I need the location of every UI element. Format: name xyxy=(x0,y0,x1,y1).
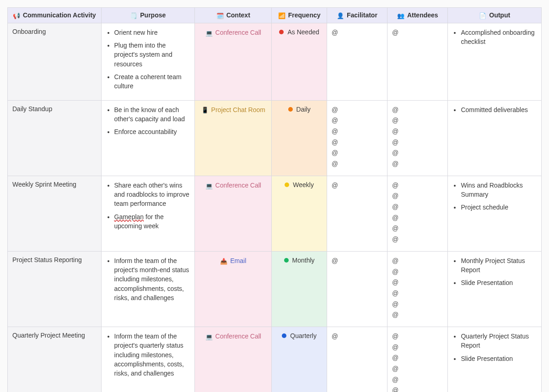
mention-placeholder[interactable]: @ xyxy=(332,181,382,191)
frequency-dot-icon xyxy=(282,333,286,338)
list-item: Be in the know of each other's capacity … xyxy=(114,105,190,124)
header-context[interactable]: 🗓️Context xyxy=(195,8,272,23)
frequency-cell[interactable]: Weekly xyxy=(272,176,327,251)
context-icon: 💻 xyxy=(205,183,213,189)
purpose-cell[interactable]: Inform the team of the project's month-e… xyxy=(101,251,195,327)
mention-placeholder[interactable]: @ xyxy=(392,105,443,115)
list-item: Enforce accountability xyxy=(114,127,190,136)
megaphone-icon: 📢 xyxy=(13,12,20,19)
mention-placeholder[interactable]: @ xyxy=(392,159,443,169)
mention-placeholder[interactable]: @ xyxy=(332,116,382,126)
attendees-cell[interactable]: @@@@@@ xyxy=(388,251,448,327)
mention-placeholder[interactable]: @ xyxy=(392,278,443,288)
frequency-cell[interactable]: Daily xyxy=(272,100,327,176)
table-row: OnboardingOrient new hirePlug them into … xyxy=(8,23,542,100)
mention-placeholder[interactable]: @ xyxy=(392,127,443,137)
purpose-cell[interactable]: Orient new hirePlug them into the projec… xyxy=(101,23,195,100)
frequency-dot-icon xyxy=(285,183,289,187)
frequency-cell[interactable]: Quarterly xyxy=(272,327,327,392)
mention-placeholder[interactable]: @ xyxy=(392,28,443,38)
context-cell[interactable]: 💻Conference Call xyxy=(195,23,272,100)
mention-placeholder[interactable]: @ xyxy=(392,213,443,223)
context-label: Email xyxy=(230,257,246,264)
mention-placeholder[interactable]: @ xyxy=(392,267,443,277)
mention-placeholder[interactable]: @ xyxy=(392,300,443,310)
mention-placeholder[interactable]: @ xyxy=(332,127,382,137)
header-attendees[interactable]: 👥Attendees xyxy=(388,8,448,23)
mention-placeholder[interactable]: @ xyxy=(392,353,443,363)
context-icon: 📱 xyxy=(201,107,209,113)
mention-placeholder[interactable]: @ xyxy=(332,28,382,38)
mention-placeholder[interactable]: @ xyxy=(392,148,443,158)
attendees-cell[interactable]: @@@@@@ xyxy=(388,176,448,251)
list-item: Slide Presentation xyxy=(461,354,537,363)
mention-placeholder[interactable]: @ xyxy=(392,386,443,392)
mention-placeholder[interactable]: @ xyxy=(392,332,443,342)
facilitator-cell[interactable]: @@@@@@ xyxy=(327,100,387,176)
context-cell[interactable]: 💻Conference Call xyxy=(195,327,272,392)
output-cell[interactable]: Committed deliverables xyxy=(448,100,542,176)
mention-placeholder[interactable]: @ xyxy=(332,148,382,158)
frequency-label: As Needed xyxy=(287,28,319,36)
facilitator-cell[interactable]: @ xyxy=(327,327,387,392)
mention-placeholder[interactable]: @ xyxy=(392,116,443,126)
purpose-cell[interactable]: Inform the team of the project's quarter… xyxy=(101,327,195,392)
mention-placeholder[interactable]: @ xyxy=(392,138,443,148)
facilitator-cell[interactable]: @ xyxy=(327,23,387,100)
mention-placeholder[interactable]: @ xyxy=(392,364,443,374)
context-label: Project Chat Room xyxy=(211,106,265,113)
mention-placeholder[interactable]: @ xyxy=(392,256,443,266)
frequency-cell[interactable]: Monthly xyxy=(272,251,327,327)
mention-placeholder[interactable]: @ xyxy=(392,310,443,320)
activity-cell[interactable]: Onboarding xyxy=(8,23,102,100)
output-cell[interactable]: Quarterly Project Status ReportSlide Pre… xyxy=(448,327,542,392)
mention-placeholder[interactable]: @ xyxy=(332,159,382,169)
header-facilitator[interactable]: 👤Facilitator xyxy=(327,8,387,23)
list-item: Plug them into the project's system and … xyxy=(114,41,190,69)
mention-placeholder[interactable]: @ xyxy=(392,289,443,299)
mention-placeholder[interactable]: @ xyxy=(392,375,443,385)
mention-placeholder[interactable]: @ xyxy=(392,224,443,234)
header-purpose[interactable]: 🗒️Purpose xyxy=(101,8,195,23)
mention-placeholder[interactable]: @ xyxy=(332,256,382,266)
attendees-cell[interactable]: @@@@@@ xyxy=(388,100,448,176)
list-item: Quarterly Project Status Report xyxy=(461,332,537,350)
activity-cell[interactable]: Daily Standup xyxy=(8,100,102,176)
header-activity[interactable]: 📢Communication Activity xyxy=(8,8,102,23)
list-item: Accomplished onboarding checklist xyxy=(461,28,537,47)
mention-placeholder[interactable]: @ xyxy=(332,138,382,148)
attendees-cell[interactable]: @ xyxy=(388,23,448,100)
purpose-cell[interactable]: Be in the know of each other's capacity … xyxy=(101,100,195,176)
mention-placeholder[interactable]: @ xyxy=(392,191,443,201)
output-cell[interactable]: Wins and Roadblocks SummaryProject sched… xyxy=(448,176,542,251)
list-item: Wins and Roadblocks Summary xyxy=(461,181,537,199)
context-icon: 📥 xyxy=(220,258,227,265)
list-item: Gameplan for the upcoming week xyxy=(114,212,190,231)
output-cell[interactable]: Monthly Project Status ReportSlide Prese… xyxy=(448,251,542,327)
mention-placeholder[interactable]: @ xyxy=(392,235,443,245)
header-output[interactable]: 📄Output xyxy=(448,8,542,23)
mention-placeholder[interactable]: @ xyxy=(392,181,443,191)
mention-placeholder[interactable]: @ xyxy=(392,343,443,353)
mention-placeholder[interactable]: @ xyxy=(392,202,443,212)
context-cell[interactable]: 📥Email xyxy=(195,251,272,327)
mention-placeholder[interactable]: @ xyxy=(332,105,382,115)
activity-cell[interactable]: Project Status Reporting xyxy=(8,251,102,327)
header-frequency[interactable]: 📶Frequency xyxy=(272,8,327,23)
table-row: Weekly Sprint MeetingShare each other's … xyxy=(8,176,542,251)
purpose-cell[interactable]: Share each other's wins and roadblocks t… xyxy=(101,176,195,251)
context-cell[interactable]: 📱Project Chat Room xyxy=(195,100,272,176)
attendees-cell[interactable]: @@@@@@ xyxy=(388,327,448,392)
output-cell[interactable]: Accomplished onboarding checklist xyxy=(448,23,542,100)
activity-cell[interactable]: Quarterly Project Meeting xyxy=(8,327,102,392)
frequency-cell[interactable]: As Needed xyxy=(272,23,327,100)
facilitator-cell[interactable]: @ xyxy=(327,251,387,327)
list-item: Inform the team of the project's month-e… xyxy=(114,256,190,302)
facilitator-cell[interactable]: @ xyxy=(327,176,387,251)
mention-placeholder[interactable]: @ xyxy=(332,332,382,342)
document-icon: 📄 xyxy=(479,12,486,19)
header-label: Context xyxy=(226,11,250,19)
context-cell[interactable]: 💻Conference Call xyxy=(195,176,272,251)
context-label: Conference Call xyxy=(215,182,261,189)
activity-cell[interactable]: Weekly Sprint Meeting xyxy=(8,176,102,251)
